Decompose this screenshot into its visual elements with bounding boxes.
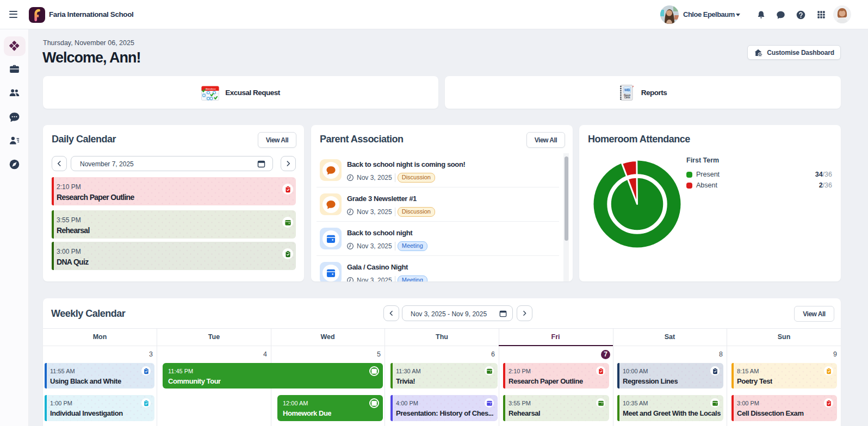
svg-text:MB: MB (624, 88, 630, 92)
svg-text:Attendance: Attendance (205, 87, 216, 90)
svg-text:Cards: Cards (624, 96, 630, 99)
